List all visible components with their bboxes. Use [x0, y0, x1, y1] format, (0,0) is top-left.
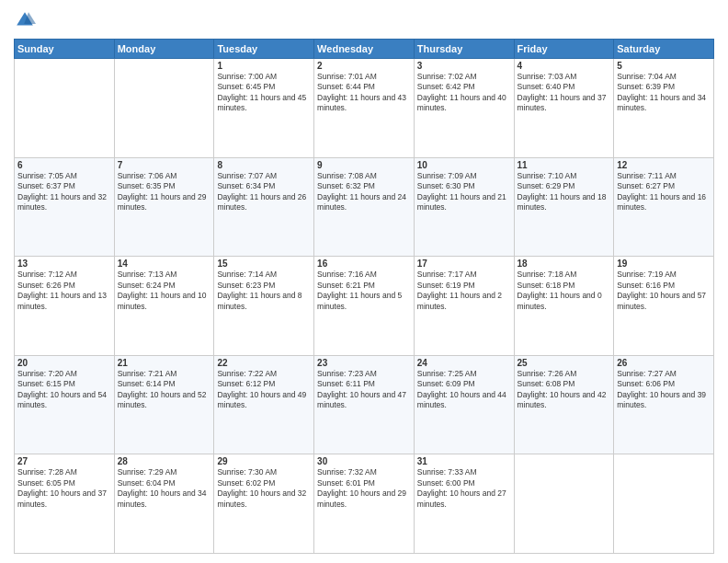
day-info: Sunrise: 7:16 AMSunset: 6:21 PMDaylight:…	[317, 270, 411, 312]
weekday-header: Monday	[114, 40, 214, 59]
day-number: 20	[17, 358, 111, 368]
day-number: 22	[217, 358, 311, 368]
day-info: Sunrise: 7:21 AMSunset: 6:14 PMDaylight:…	[118, 369, 211, 411]
calendar-week-row: 6Sunrise: 7:05 AMSunset: 6:37 PMDaylight…	[15, 157, 714, 257]
calendar-day-cell: 2Sunrise: 7:01 AMSunset: 6:44 PMDaylight…	[314, 59, 415, 158]
day-info: Sunrise: 7:07 AMSunset: 6:34 PMDaylight:…	[217, 171, 311, 213]
day-number: 17	[417, 259, 511, 269]
weekday-header: Friday	[514, 40, 614, 59]
calendar-week-row: 13Sunrise: 7:12 AMSunset: 6:26 PMDayligh…	[15, 257, 714, 356]
calendar-table: SundayMondayTuesdayWednesdayThursdayFrid…	[14, 39, 714, 554]
day-info: Sunrise: 7:29 AMSunset: 6:04 PMDaylight:…	[118, 467, 211, 510]
calendar-day-cell	[514, 454, 614, 554]
calendar-day-cell	[15, 59, 115, 158]
calendar-day-cell	[614, 454, 714, 554]
day-info: Sunrise: 7:19 AMSunset: 6:16 PMDaylight:…	[617, 270, 711, 312]
calendar-day-cell	[114, 59, 214, 158]
day-info: Sunrise: 7:00 AMSunset: 6:45 PMDaylight:…	[217, 72, 311, 114]
day-number: 30	[317, 456, 411, 466]
day-info: Sunrise: 7:11 AMSunset: 6:27 PMDaylight:…	[617, 171, 711, 213]
calendar-day-cell: 17Sunrise: 7:17 AMSunset: 6:19 PMDayligh…	[414, 257, 514, 356]
day-info: Sunrise: 7:17 AMSunset: 6:19 PMDaylight:…	[417, 270, 511, 312]
day-number: 2	[317, 61, 411, 71]
day-number: 10	[417, 160, 511, 170]
day-number: 27	[17, 456, 111, 466]
day-number: 15	[217, 259, 311, 269]
day-info: Sunrise: 7:30 AMSunset: 6:02 PMDaylight:…	[217, 467, 311, 510]
day-number: 5	[617, 61, 711, 71]
calendar-day-cell: 26Sunrise: 7:27 AMSunset: 6:06 PMDayligh…	[614, 355, 714, 454]
day-info: Sunrise: 7:27 AMSunset: 6:06 PMDaylight:…	[617, 369, 711, 411]
day-number: 29	[217, 456, 311, 466]
calendar-day-cell: 31Sunrise: 7:33 AMSunset: 6:00 PMDayligh…	[414, 454, 514, 554]
day-info: Sunrise: 7:04 AMSunset: 6:39 PMDaylight:…	[617, 72, 711, 114]
day-number: 13	[17, 259, 111, 269]
day-info: Sunrise: 7:25 AMSunset: 6:09 PMDaylight:…	[417, 369, 511, 411]
calendar-day-cell: 23Sunrise: 7:23 AMSunset: 6:11 PMDayligh…	[314, 355, 415, 454]
day-number: 28	[118, 456, 211, 466]
day-number: 8	[217, 160, 311, 170]
calendar-day-cell: 5Sunrise: 7:04 AMSunset: 6:39 PMDaylight…	[614, 59, 714, 158]
header	[14, 9, 714, 31]
day-number: 6	[17, 160, 111, 170]
calendar-day-cell: 20Sunrise: 7:20 AMSunset: 6:15 PMDayligh…	[15, 355, 115, 454]
day-number: 23	[317, 358, 411, 368]
day-info: Sunrise: 7:13 AMSunset: 6:24 PMDaylight:…	[118, 270, 211, 312]
calendar-day-cell: 13Sunrise: 7:12 AMSunset: 6:26 PMDayligh…	[15, 257, 115, 356]
day-info: Sunrise: 7:26 AMSunset: 6:08 PMDaylight:…	[518, 369, 611, 411]
day-info: Sunrise: 7:14 AMSunset: 6:23 PMDaylight:…	[217, 270, 311, 312]
weekday-header: Sunday	[15, 40, 115, 59]
day-info: Sunrise: 7:28 AMSunset: 6:05 PMDaylight:…	[17, 467, 111, 510]
weekday-header: Tuesday	[214, 40, 314, 59]
day-number: 24	[417, 358, 511, 368]
day-number: 9	[317, 160, 411, 170]
day-info: Sunrise: 7:18 AMSunset: 6:18 PMDaylight:…	[518, 270, 611, 312]
day-info: Sunrise: 7:12 AMSunset: 6:26 PMDaylight:…	[17, 270, 111, 312]
day-number: 4	[518, 61, 611, 71]
day-info: Sunrise: 7:02 AMSunset: 6:42 PMDaylight:…	[417, 72, 511, 114]
calendar-day-cell: 3Sunrise: 7:02 AMSunset: 6:42 PMDaylight…	[414, 59, 514, 158]
calendar-day-cell: 19Sunrise: 7:19 AMSunset: 6:16 PMDayligh…	[614, 257, 714, 356]
day-number: 1	[217, 61, 311, 71]
day-info: Sunrise: 7:20 AMSunset: 6:15 PMDaylight:…	[17, 369, 111, 411]
logo	[14, 9, 40, 31]
calendar-day-cell: 27Sunrise: 7:28 AMSunset: 6:05 PMDayligh…	[15, 454, 115, 554]
calendar-week-row: 1Sunrise: 7:00 AMSunset: 6:45 PMDaylight…	[15, 59, 714, 158]
calendar-week-row: 27Sunrise: 7:28 AMSunset: 6:05 PMDayligh…	[15, 454, 714, 554]
day-number: 18	[518, 259, 611, 269]
calendar-day-cell: 25Sunrise: 7:26 AMSunset: 6:08 PMDayligh…	[514, 355, 614, 454]
day-number: 16	[317, 259, 411, 269]
calendar-day-cell: 16Sunrise: 7:16 AMSunset: 6:21 PMDayligh…	[314, 257, 415, 356]
day-number: 3	[417, 61, 511, 71]
day-number: 12	[617, 160, 711, 170]
day-info: Sunrise: 7:23 AMSunset: 6:11 PMDaylight:…	[317, 369, 411, 411]
calendar-day-cell: 9Sunrise: 7:08 AMSunset: 6:32 PMDaylight…	[314, 157, 415, 257]
calendar-day-cell: 10Sunrise: 7:09 AMSunset: 6:30 PMDayligh…	[414, 157, 514, 257]
day-number: 31	[417, 456, 511, 466]
calendar-day-cell: 22Sunrise: 7:22 AMSunset: 6:12 PMDayligh…	[214, 355, 314, 454]
calendar-day-cell: 7Sunrise: 7:06 AMSunset: 6:35 PMDaylight…	[114, 157, 214, 257]
calendar-day-cell: 28Sunrise: 7:29 AMSunset: 6:04 PMDayligh…	[114, 454, 214, 554]
day-info: Sunrise: 7:32 AMSunset: 6:01 PMDaylight:…	[317, 467, 411, 510]
calendar-day-cell: 8Sunrise: 7:07 AMSunset: 6:34 PMDaylight…	[214, 157, 314, 257]
calendar-day-cell: 14Sunrise: 7:13 AMSunset: 6:24 PMDayligh…	[114, 257, 214, 356]
day-info: Sunrise: 7:22 AMSunset: 6:12 PMDaylight:…	[217, 369, 311, 411]
day-info: Sunrise: 7:09 AMSunset: 6:30 PMDaylight:…	[417, 171, 511, 213]
calendar-day-cell: 6Sunrise: 7:05 AMSunset: 6:37 PMDaylight…	[15, 157, 115, 257]
calendar-week-row: 20Sunrise: 7:20 AMSunset: 6:15 PMDayligh…	[15, 355, 714, 454]
day-number: 25	[518, 358, 611, 368]
day-info: Sunrise: 7:01 AMSunset: 6:44 PMDaylight:…	[317, 72, 411, 114]
weekday-header: Wednesday	[314, 40, 415, 59]
day-number: 14	[118, 259, 211, 269]
calendar-day-cell: 1Sunrise: 7:00 AMSunset: 6:45 PMDaylight…	[214, 59, 314, 158]
calendar-day-cell: 15Sunrise: 7:14 AMSunset: 6:23 PMDayligh…	[214, 257, 314, 356]
day-number: 7	[118, 160, 211, 170]
day-number: 21	[118, 358, 211, 368]
calendar-day-cell: 29Sunrise: 7:30 AMSunset: 6:02 PMDayligh…	[214, 454, 314, 554]
calendar-day-cell: 18Sunrise: 7:18 AMSunset: 6:18 PMDayligh…	[514, 257, 614, 356]
day-number: 11	[518, 160, 611, 170]
calendar-day-cell: 24Sunrise: 7:25 AMSunset: 6:09 PMDayligh…	[414, 355, 514, 454]
day-info: Sunrise: 7:03 AMSunset: 6:40 PMDaylight:…	[518, 72, 611, 114]
logo-icon	[14, 9, 36, 31]
calendar-day-cell: 30Sunrise: 7:32 AMSunset: 6:01 PMDayligh…	[314, 454, 415, 554]
